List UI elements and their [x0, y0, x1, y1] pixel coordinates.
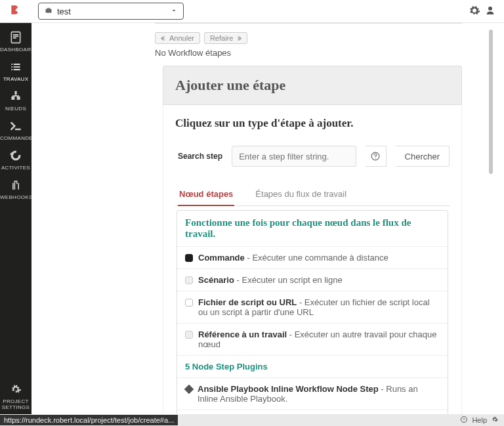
plugin-icon — [184, 385, 194, 394]
user-icon[interactable] — [484, 5, 496, 18]
no-workflow-message: No Workflow étapes — [155, 48, 488, 58]
add-step-header: Ajouter une étape — [163, 66, 462, 105]
nav-activites[interactable]: ACTIVITES — [0, 145, 32, 175]
project-name: test — [57, 7, 71, 16]
chevron-down-icon — [170, 7, 178, 16]
terminal-icon — [185, 254, 193, 262]
nav-project-settings[interactable]: PROJECT SETTINGS — [0, 379, 32, 414]
script-icon — [185, 276, 193, 284]
plugin-section-header: 5 Node Step Plugins — [177, 356, 448, 378]
nav-dashboard[interactable]: DASHBOARD — [0, 27, 32, 56]
panel-subtitle: Cliquez sur un type d'étape à ajouter. — [175, 117, 450, 130]
redo-button[interactable]: Refaire — [204, 32, 247, 44]
nav-commandes[interactable]: COMMANDES — [0, 116, 32, 145]
step-scenario[interactable]: Scénario - Exécuter un script en ligne — [177, 269, 448, 291]
project-selector[interactable]: test — [38, 3, 184, 20]
step-list-header: Fonctionne une fois pour chaque nœud dan… — [177, 211, 448, 247]
step-ansible-inline[interactable]: Ansible Playbook Inline Workflow Node St… — [177, 378, 448, 410]
status-bar: https://rundeck.robert.local/project/tes… — [0, 414, 504, 426]
scrollbar-thumb[interactable] — [489, 30, 493, 174]
job-icon — [185, 331, 193, 339]
file-icon — [185, 299, 193, 307]
step-commande[interactable]: Commande - Exécuter une commande à dista… — [177, 247, 448, 269]
topbar: test — [0, 0, 504, 23]
search-row: Search step Chercher — [175, 140, 450, 179]
nav-webhooks[interactable]: WEBHOOKS — [0, 175, 32, 204]
scrollbar[interactable] — [488, 23, 494, 414]
tab-node-steps[interactable]: Nœud étapes — [178, 184, 234, 206]
main-area: Annuler Refaire No Workflow étapes Ajout… — [32, 23, 504, 414]
search-help-button[interactable] — [366, 146, 386, 167]
status-url: https://rundeck.robert.local/project/tes… — [0, 415, 178, 425]
search-button[interactable]: Chercher — [396, 146, 450, 167]
briefcase-icon — [44, 7, 53, 16]
footer-gear-icon[interactable] — [491, 415, 499, 425]
svg-text:?: ? — [463, 417, 466, 421]
left-nav: DASHBOARD TRAVAUX NŒUDS COMMANDES ACTIVI… — [0, 23, 32, 414]
gear-icon[interactable] — [469, 5, 480, 18]
step-tabs: Nœud étapes Étapes du flux de travail — [175, 184, 450, 206]
search-input[interactable] — [232, 146, 356, 167]
step-list: Fonctionne une fois pour chaque nœud dan… — [177, 210, 448, 414]
brand-logo[interactable] — [0, 0, 32, 23]
nav-noeuds[interactable]: NŒUDS — [0, 86, 32, 116]
undo-button[interactable]: Annuler — [155, 32, 200, 44]
step-jobref[interactable]: Référence à un travail - Exécuter un aut… — [177, 324, 448, 356]
search-label: Search step — [178, 152, 222, 161]
help-question-icon[interactable]: ? — [460, 415, 468, 425]
panel-title: Ajouter une étape — [175, 77, 450, 94]
help-link[interactable]: Help — [472, 416, 487, 424]
nav-travaux[interactable]: TRAVAUX — [0, 56, 32, 86]
tab-workflow-steps[interactable]: Étapes du flux de travail — [254, 184, 348, 205]
step-scriptfile[interactable]: Fichier de script ou URL - Exécuter un f… — [177, 291, 448, 324]
